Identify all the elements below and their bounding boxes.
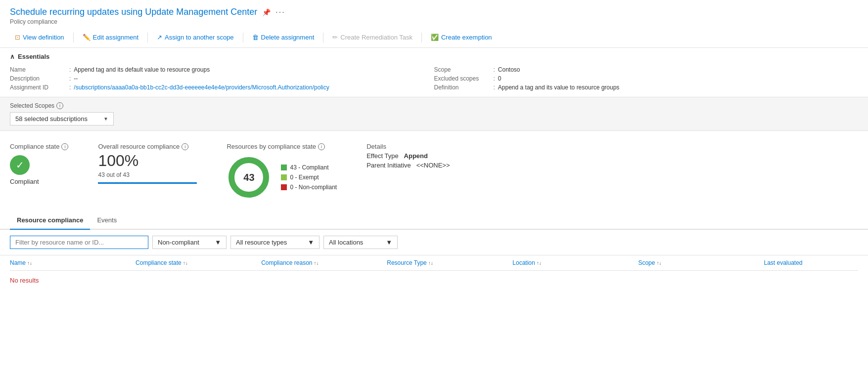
donut-and-legend: 43 43 - Compliant 0 - Exempt 0 - Non-com… [227, 155, 337, 200]
page-header: Schedule recurring updates using Update … [0, 0, 868, 27]
more-icon[interactable]: ··· [275, 8, 285, 17]
remediation-icon: ✏ [332, 34, 338, 41]
page-title: Schedule recurring updates using Update … [10, 7, 257, 17]
delete-assignment-button[interactable]: 🗑 Delete assignment [247, 31, 320, 43]
edit-assignment-icon: ✏️ [83, 34, 91, 41]
col-scope-sort-icon: ↑↓ [656, 260, 661, 266]
essentials-definition-row: Definition : Append a tag and its value … [434, 83, 859, 92]
scope-dropdown-value: 58 selected subscriptions [15, 115, 103, 123]
page-subtitle: Policy compliance [10, 18, 858, 25]
exempt-dot [281, 174, 287, 180]
selected-scopes-bar: Selected Scopes i 58 selected subscripti… [0, 97, 868, 131]
toolbar-divider-2 [147, 33, 148, 42]
noncompliant-dot [281, 184, 287, 190]
col-compliance-reason-sort-icon: ↑↓ [314, 260, 319, 266]
toolbar-divider [73, 33, 74, 42]
no-results-label: No results [10, 271, 858, 290]
col-header-name[interactable]: Name ↑↓ [10, 259, 136, 266]
locations-chevron-icon: ▼ [386, 239, 392, 246]
tab-events[interactable]: Events [90, 211, 124, 230]
col-header-resource-type[interactable]: Resource Type ↑↓ [387, 259, 512, 266]
legend-noncompliant: 0 - Non-compliant [281, 184, 337, 191]
overall-compliance-block: Overall resource compliance i 100% 43 ou… [98, 143, 197, 184]
compliant-dot [281, 165, 287, 170]
scope-dropdown[interactable]: 58 selected subscriptions ▼ [10, 112, 114, 125]
col-header-compliance-state[interactable]: Compliance state ↑↓ [136, 259, 261, 266]
donut-chart: 43 [227, 155, 271, 200]
compliant-label: Compliant [10, 178, 39, 185]
essentials-section: ∧ Essentials Name : Append tag and its d… [0, 48, 868, 97]
effect-type-row: Effect Type Append [366, 152, 450, 160]
filters-row: Non-compliant ▼ All resource types ▼ All… [0, 230, 868, 255]
compliance-filter-chevron-icon: ▼ [215, 239, 221, 246]
toolbar-divider-3 [243, 33, 243, 42]
resource-filter-input-wrapper [10, 236, 148, 249]
resource-types-filter-dropdown[interactable]: All resource types ▼ [230, 236, 320, 249]
col-header-location[interactable]: Location ↑↓ [512, 259, 638, 266]
toolbar-divider-4 [323, 33, 323, 42]
progress-bar-fill [98, 182, 197, 184]
essentials-description-row: Description : -- [10, 74, 434, 83]
essentials-scope-row: Scope : Contoso [434, 65, 859, 74]
resources-by-state-block: Resources by compliance state i 43 43 - … [227, 143, 337, 200]
essentials-assignment-id-row: Assignment ID : /subscriptions/aaaa0a0a-… [10, 83, 434, 92]
scope-dropdown-chevron-icon: ▼ [103, 116, 108, 122]
overall-compliance-title: Overall resource compliance i [98, 143, 197, 150]
view-definition-icon: ⊡ [15, 34, 20, 41]
resources-by-state-title: Resources by compliance state i [227, 143, 337, 150]
compliance-section: Compliance state i ✓ Compliant Overall r… [0, 131, 868, 211]
edit-assignment-button[interactable]: ✏️ Edit assignment [78, 31, 144, 43]
overall-percent: 100% [98, 152, 197, 169]
legend-exempt: 0 - Exempt [281, 174, 337, 181]
create-remediation-task-button[interactable]: ✏ Create Remediation Task [327, 31, 417, 43]
assign-scope-icon: ↗ [157, 34, 162, 41]
essentials-grid: Name : Append tag and its default value … [10, 65, 858, 92]
selected-scopes-label: Selected Scopes i [10, 102, 858, 109]
compliance-state-block: Compliance state i ✓ Compliant [10, 143, 68, 185]
toolbar-divider-5 [421, 33, 422, 42]
col-header-last-evaluated[interactable]: Last evaluated [764, 259, 858, 266]
essentials-excluded-scopes-row: Excluded scopes : 0 [434, 74, 859, 83]
create-exemption-button[interactable]: ✅ Create exemption [426, 31, 497, 43]
collapse-icon: ∧ [10, 53, 15, 60]
exemption-icon: ✅ [431, 34, 439, 41]
col-header-scope[interactable]: Scope ↑↓ [638, 259, 764, 266]
toolbar: ⊡ View definition ✏️ Edit assignment ↗ A… [0, 27, 868, 48]
resource-types-chevron-icon: ▼ [308, 239, 314, 246]
compliance-state-title: Compliance state i [10, 143, 68, 150]
parent-initiative-row: Parent Initiative <<NONE>> [366, 162, 450, 169]
col-location-sort-icon: ↑↓ [537, 260, 542, 266]
donut-center-value: 43 [243, 172, 254, 183]
legend-compliant: 43 - Compliant [281, 164, 337, 171]
essentials-header[interactable]: ∧ Essentials [10, 53, 858, 60]
compliant-icon: ✓ [10, 155, 30, 175]
table-section: Name ↑↓ Compliance state ↑↓ Compliance r… [0, 255, 868, 290]
overall-compliance-info-icon: i [182, 143, 188, 150]
resources-by-state-info-icon: i [318, 143, 325, 150]
col-header-compliance-reason[interactable]: Compliance reason ↑↓ [261, 259, 387, 266]
table-header: Name ↑↓ Compliance state ↑↓ Compliance r… [10, 255, 858, 271]
locations-filter-dropdown[interactable]: All locations ▼ [323, 236, 398, 249]
details-title: Details [366, 143, 450, 150]
essentials-name-row: Name : Append tag and its default value … [10, 65, 434, 74]
delete-assignment-icon: 🗑 [252, 34, 259, 41]
progress-bar [98, 182, 197, 184]
pin-icon[interactable]: 📌 [262, 8, 271, 16]
col-name-sort-icon: ↑↓ [27, 260, 32, 266]
col-resource-type-sort-icon: ↑↓ [428, 260, 433, 266]
details-block: Details Effect Type Append Parent Initia… [366, 143, 450, 169]
tabs-section: Resource compliance Events [0, 211, 868, 230]
view-definition-button[interactable]: ⊡ View definition [10, 31, 69, 43]
col-compliance-state-sort-icon: ↑↓ [183, 260, 188, 266]
assign-to-another-scope-button[interactable]: ↗ Assign to another scope [152, 31, 238, 43]
legend: 43 - Compliant 0 - Exempt 0 - Non-compli… [281, 164, 337, 191]
out-of-label: 43 out of 43 [98, 171, 197, 178]
compliance-filter-dropdown[interactable]: Non-compliant ▼ [152, 236, 227, 249]
compliance-state-info-icon: i [61, 143, 68, 150]
selected-scopes-info-icon: i [56, 102, 63, 109]
tab-resource-compliance[interactable]: Resource compliance [10, 211, 90, 230]
resource-filter-input[interactable] [15, 239, 143, 246]
